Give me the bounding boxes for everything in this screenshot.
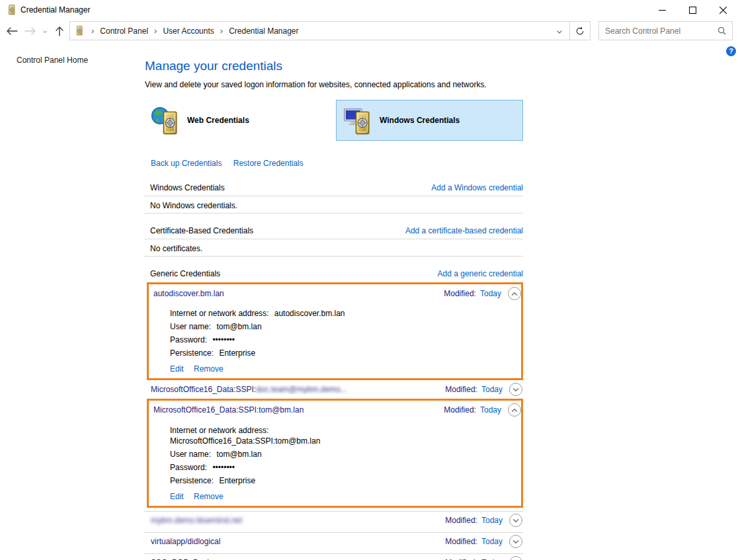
address-line: Internet or network address: MicrosoftOf… bbox=[170, 425, 521, 446]
credential-details: Internet or network address: autodiscove… bbox=[149, 301, 521, 378]
redacted-text: doc.team@mybm.demo... bbox=[256, 385, 347, 394]
address-value: autodiscover.bm.lan bbox=[274, 309, 345, 318]
modified-today-link[interactable]: Today bbox=[481, 385, 503, 394]
search-box bbox=[598, 21, 733, 40]
password-label: Password: bbox=[170, 335, 207, 344]
highlight-box-autodiscover: autodiscover.bm.lan Modified: Today Inte… bbox=[147, 282, 523, 380]
minimize-button[interactable] bbox=[647, 0, 677, 20]
address-label: Internet or network address: bbox=[170, 309, 268, 318]
address-dropdown-button[interactable] bbox=[550, 22, 569, 40]
username-label: User name: bbox=[170, 322, 211, 331]
credential-row-meta: Modified: Today bbox=[445, 514, 522, 527]
credential-name-link[interactable]: virtualapp/didlogical bbox=[151, 537, 220, 546]
remove-link[interactable]: Remove bbox=[194, 364, 224, 374]
password-value: •••••••• bbox=[212, 463, 235, 472]
persistence-line: Persistence: Enterprise bbox=[170, 348, 521, 358]
divider bbox=[144, 196, 523, 196]
expand-chevron-button[interactable] bbox=[509, 383, 522, 396]
password-label: Password: bbox=[170, 463, 207, 472]
expand-chevron-button[interactable] bbox=[509, 556, 522, 560]
expand-chevron-button[interactable] bbox=[509, 535, 522, 548]
collapse-chevron-button[interactable] bbox=[508, 403, 521, 417]
add-certificate-credential-link[interactable]: Add a certificate-based credential bbox=[405, 226, 523, 235]
divider bbox=[144, 239, 523, 239]
highlight-box-office-sspi-tom: MicrosoftOffice16_Data:SSPI:tom@bm.lan M… bbox=[147, 399, 523, 508]
expand-chevron-button[interactable] bbox=[509, 514, 522, 527]
tab-web-credentials[interactable]: Web Credentials bbox=[144, 100, 331, 141]
tab-windows-credentials[interactable]: Windows Credentials bbox=[336, 100, 523, 141]
breadcrumb-user-accounts[interactable]: User Accounts bbox=[161, 26, 215, 36]
credential-row-office-sspi-tom: MicrosoftOffice16_Data:SSPI:tom@bm.lan M… bbox=[149, 401, 521, 418]
credential-name-text: MicrosoftOffice16_Data:SSPI: bbox=[151, 385, 256, 394]
modified-today-link[interactable]: Today bbox=[481, 516, 503, 525]
maximize-button[interactable] bbox=[677, 0, 708, 20]
sidebar-item-control-panel-home[interactable]: Control Panel Home bbox=[17, 56, 88, 65]
credential-row-office-sspi-redacted: MicrosoftOffice16_Data:SSPI:doc.team@myb… bbox=[144, 380, 523, 399]
main-panel: Manage your credentials View and delete … bbox=[144, 42, 523, 560]
modified-today-link[interactable]: Today bbox=[481, 537, 503, 546]
credential-row-sso-pop-device: SSO_POP_Device Modified: Today bbox=[144, 554, 523, 560]
content-area: ? Control Panel Home Manage your credent… bbox=[0, 42, 738, 560]
certificate-credentials-section-header: Certificate-Based Credentials Add a cert… bbox=[144, 226, 523, 235]
tile-label: Windows Credentials bbox=[380, 116, 460, 125]
modified-label: Modified: bbox=[445, 516, 477, 525]
persistence-label: Persistence: bbox=[170, 476, 214, 485]
forward-button[interactable] bbox=[21, 22, 40, 40]
no-windows-credentials-text: No Windows credentials. bbox=[150, 201, 523, 210]
page-title: Manage your credentials bbox=[145, 59, 523, 73]
breadcrumb-separator-icon: › bbox=[216, 26, 227, 36]
credential-row-meta: Modified: Today bbox=[445, 383, 522, 396]
address-label: Internet or network address: bbox=[170, 426, 268, 435]
section-title: Generic Credentials bbox=[150, 269, 220, 278]
username-value: tom@bm.lan bbox=[216, 322, 261, 331]
persistence-value: Enterprise bbox=[219, 476, 255, 485]
modified-today-link[interactable]: Today bbox=[480, 405, 501, 415]
breadcrumb-credential-manager[interactable]: Credential Manager bbox=[227, 26, 300, 36]
password-line: Password: •••••••• bbox=[170, 335, 521, 345]
credential-manager-window: Credential Manager bbox=[0, 0, 738, 560]
credential-name-link[interactable]: MicrosoftOffice16_Data:SSPI:doc.team@myb… bbox=[151, 385, 347, 394]
credential-row-virtualapp: virtualapp/didlogical Modified: Today bbox=[144, 533, 523, 550]
modified-label: Modified: bbox=[445, 385, 477, 394]
up-button[interactable] bbox=[50, 22, 69, 40]
tile-label: Web Credentials bbox=[187, 116, 249, 125]
credential-name-link[interactable]: MicrosoftOffice16_Data:SSPI:tom@bm.lan bbox=[153, 405, 304, 415]
password-value: •••••••• bbox=[212, 335, 235, 344]
section-title: Certificate-Based Credentials bbox=[150, 226, 253, 235]
credential-name-link[interactable]: mybm.demo.bluemind.net bbox=[151, 516, 242, 525]
recent-pages-dropdown[interactable] bbox=[40, 22, 50, 40]
search-input[interactable] bbox=[599, 26, 718, 36]
address-value: MicrosoftOffice16_Data:SSPI:tom@bm.lan bbox=[170, 436, 320, 446]
remove-link[interactable]: Remove bbox=[194, 492, 224, 501]
help-icon[interactable]: ? bbox=[726, 46, 736, 56]
close-button[interactable] bbox=[708, 0, 738, 20]
collapse-chevron-button[interactable] bbox=[508, 287, 521, 300]
credential-details: Internet or network address: MicrosoftOf… bbox=[149, 418, 521, 506]
address-bar[interactable]: › Control Panel › User Accounts › Creden… bbox=[69, 21, 591, 40]
credential-manager-icon bbox=[6, 5, 17, 15]
password-line: Password: •••••••• bbox=[170, 463, 521, 473]
window-title: Credential Manager bbox=[20, 5, 90, 15]
username-label: User name: bbox=[170, 450, 211, 459]
persistence-label: Persistence: bbox=[170, 348, 214, 358]
no-certificates-text: No certificates. bbox=[150, 244, 523, 253]
restore-credentials-link[interactable]: Restore Credentials bbox=[233, 159, 304, 168]
modified-label: Modified: bbox=[444, 289, 476, 298]
credential-name-link[interactable]: autodiscover.bm.lan bbox=[153, 289, 224, 298]
address-line: Internet or network address: autodiscove… bbox=[170, 309, 521, 319]
refresh-button[interactable] bbox=[570, 22, 590, 40]
address-bar-actions bbox=[550, 22, 590, 40]
add-generic-credential-link[interactable]: Add a generic credential bbox=[438, 269, 523, 278]
back-button[interactable] bbox=[3, 22, 21, 40]
section-title: Windows Credentials bbox=[150, 183, 225, 192]
credential-actions: Edit Remove bbox=[170, 364, 521, 374]
edit-link[interactable]: Edit bbox=[170, 492, 184, 501]
modified-today-link[interactable]: Today bbox=[480, 289, 501, 298]
persistence-value: Enterprise bbox=[219, 348, 255, 358]
page-description: View and delete your saved logon informa… bbox=[145, 80, 523, 89]
breadcrumb-control-panel[interactable]: Control Panel bbox=[99, 26, 149, 36]
breadcrumb-separator-icon: › bbox=[149, 26, 161, 36]
edit-link[interactable]: Edit bbox=[170, 364, 184, 374]
backup-credentials-link[interactable]: Back up Credentials bbox=[151, 159, 222, 168]
add-windows-credential-link[interactable]: Add a Windows credential bbox=[431, 183, 523, 192]
